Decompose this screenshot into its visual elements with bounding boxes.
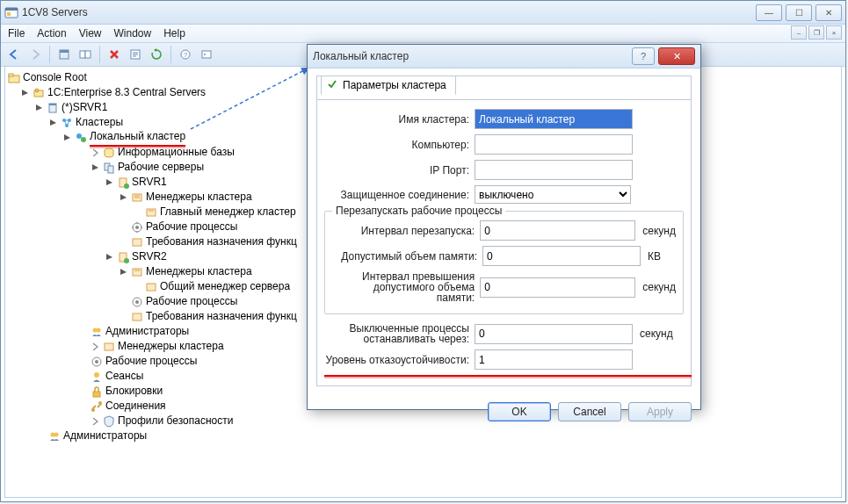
- folder-icon: [7, 71, 21, 85]
- properties-button[interactable]: [126, 45, 145, 64]
- collapse-icon[interactable]: [33, 103, 44, 113]
- menu-help[interactable]: Help: [163, 27, 185, 40]
- label-mem: Допустимый объем памяти:: [332, 250, 477, 263]
- group-restart-title: Перезапускать рабочие процессы: [332, 205, 505, 217]
- svg-point-14: [204, 54, 206, 55]
- input-fault-tolerance[interactable]: [475, 349, 633, 370]
- unit-sec-2: секунд: [642, 281, 676, 293]
- input-interval[interactable]: [480, 220, 635, 241]
- collapse-icon[interactable]: [118, 192, 128, 203]
- label-secure: Защищенное соединение:: [324, 190, 469, 200]
- collapse-icon[interactable]: [104, 177, 114, 188]
- svg-rect-41: [133, 269, 141, 276]
- toolbar-icon-2[interactable]: [76, 45, 95, 64]
- svg-rect-6: [85, 51, 91, 58]
- collapse-icon[interactable]: [104, 252, 114, 263]
- toolbar-icon-3[interactable]: [197, 45, 216, 64]
- menu-action[interactable]: Action: [37, 27, 66, 40]
- menu-window[interactable]: Window: [114, 27, 152, 40]
- dialog-titlebar: Локальный кластер ? ✕: [308, 45, 700, 68]
- dialog-help-button[interactable]: ?: [632, 47, 655, 65]
- processes-icon: [130, 295, 144, 309]
- expand-icon[interactable]: [90, 416, 100, 427]
- cancel-button[interactable]: Cancel: [558, 402, 621, 421]
- label-mem-exceed: Интервал превышения допустимого объема п…: [332, 271, 475, 303]
- dialog-close-button[interactable]: ✕: [658, 47, 695, 65]
- unit-sec-1: секунд: [642, 225, 676, 237]
- svg-rect-38: [133, 239, 141, 246]
- managers-icon: [130, 191, 144, 205]
- label-stop-disabled: Выключенные процессы останавливать через…: [324, 323, 469, 344]
- label-port: IP Порт:: [324, 164, 469, 176]
- svg-point-57: [54, 432, 59, 436]
- clusters-icon: [60, 116, 74, 130]
- collapse-icon[interactable]: [62, 133, 72, 143]
- assignment-icon: [130, 235, 144, 249]
- svg-point-51: [95, 360, 98, 364]
- svg-point-40: [124, 258, 129, 263]
- svg-point-52: [94, 372, 99, 378]
- delete-button[interactable]: [105, 45, 124, 64]
- tab-cluster-params[interactable]: Параметры кластера: [321, 76, 456, 95]
- svg-point-25: [81, 137, 86, 142]
- tab-strip: Параметры кластера: [316, 76, 692, 100]
- input-mem[interactable]: [482, 246, 641, 266]
- menubar: File Action View Window Help – ❐ ×: [1, 25, 845, 43]
- svg-point-54: [91, 408, 95, 412]
- input-port[interactable]: [475, 160, 633, 180]
- server-node-icon: [116, 176, 130, 190]
- toolbar-icon-1[interactable]: [54, 45, 74, 64]
- collapse-icon[interactable]: [47, 118, 58, 128]
- app-icon: [4, 5, 18, 19]
- help-button[interactable]: ?: [176, 45, 195, 64]
- minimize-button[interactable]: —: [756, 4, 782, 21]
- expand-icon[interactable]: [90, 148, 100, 158]
- menu-file[interactable]: File: [8, 27, 25, 40]
- svg-point-24: [76, 133, 82, 139]
- apply-button[interactable]: Apply: [628, 402, 692, 421]
- dialog-buttons: OK Cancel Apply: [308, 395, 700, 428]
- titlebar: 1CV8 Servers — ☐ ✕: [1, 1, 845, 25]
- server-root-icon: [32, 86, 46, 100]
- close-button[interactable]: ✕: [815, 4, 842, 21]
- processes-icon: [90, 355, 104, 369]
- users-icon: [47, 429, 62, 443]
- server-node-icon: [116, 250, 130, 264]
- svg-rect-34: [147, 209, 156, 216]
- mdi-restore[interactable]: ❐: [808, 25, 824, 40]
- svg-text:?: ?: [184, 51, 188, 59]
- svg-point-55: [98, 401, 102, 405]
- svg-rect-20: [49, 104, 56, 105]
- collapse-icon[interactable]: [19, 88, 30, 98]
- label-fault-tolerance: Уровень отказоустойчивости:: [324, 354, 469, 366]
- refresh-button[interactable]: [147, 45, 166, 64]
- manager-icon: [144, 280, 158, 294]
- input-stop-disabled[interactable]: [475, 324, 633, 344]
- input-computer[interactable]: [475, 134, 633, 155]
- back-button[interactable]: [4, 45, 24, 64]
- collapse-icon[interactable]: [90, 162, 100, 173]
- managers-icon: [102, 340, 116, 354]
- window-title: 1CV8 Servers: [22, 6, 88, 18]
- input-cluster-name[interactable]: [475, 109, 633, 129]
- tab-panel: Имя кластера: Компьютер: IP Порт: Защище…: [316, 100, 692, 386]
- managers-icon: [130, 265, 144, 279]
- maximize-button[interactable]: ☐: [786, 4, 812, 21]
- connections-icon: [90, 400, 104, 414]
- label-interval: Интервал перезапуска:: [332, 225, 475, 237]
- select-secure[interactable]: выключено: [475, 185, 631, 204]
- processes-icon: [130, 220, 144, 234]
- input-mem-exceed[interactable]: [480, 277, 635, 298]
- forward-button[interactable]: [25, 45, 45, 64]
- svg-rect-16: [9, 74, 13, 76]
- expand-icon[interactable]: [90, 342, 100, 352]
- tree-top-admins[interactable]: Администраторы: [7, 428, 839, 443]
- server-icon: [46, 101, 60, 115]
- mdi-close[interactable]: ×: [826, 25, 842, 40]
- collapse-icon[interactable]: [118, 267, 128, 277]
- mdi-minimize[interactable]: –: [791, 25, 807, 40]
- ok-button[interactable]: OK: [488, 402, 551, 421]
- assignment-icon: [130, 310, 144, 324]
- servers-icon: [102, 161, 116, 175]
- menu-view[interactable]: View: [79, 27, 102, 40]
